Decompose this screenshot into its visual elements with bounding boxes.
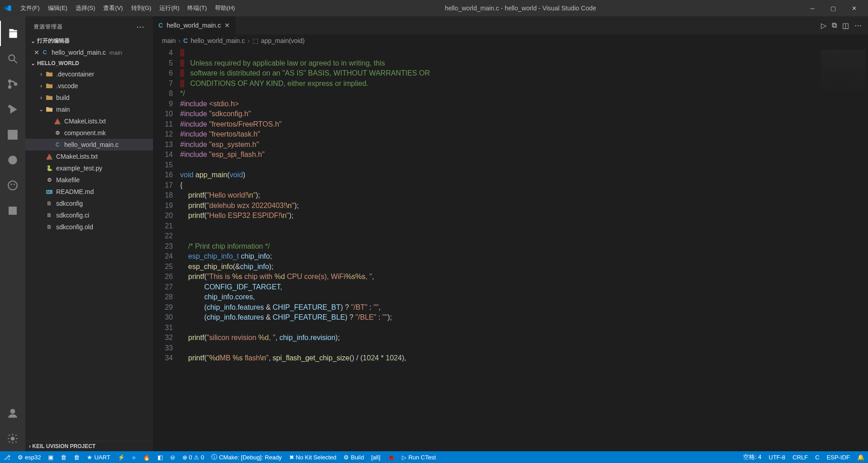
statusbar-item[interactable]: ✖No Kit Selected [286, 451, 340, 463]
file-item[interactable]: CMakeLists.txt [25, 151, 153, 162]
activity-platformio[interactable] [0, 173, 25, 198]
file-item[interactable]: M↓README.md [25, 186, 153, 198]
status-icon: ★ [87, 454, 92, 461]
statusbar-item[interactable]: ★UART [83, 451, 114, 463]
minimize-button[interactable]: ─ [802, 0, 823, 16]
open-editors-header[interactable]: ⌄ 打开的编辑器 [25, 35, 153, 47]
statusbar-item[interactable]: ⊖ [167, 451, 179, 463]
menu-item[interactable]: 选择(S) [72, 2, 99, 14]
menu-item[interactable]: 文件(F) [16, 2, 44, 14]
chevron-right-icon: › [178, 37, 181, 44]
menu-item[interactable]: 运行(R) [155, 2, 183, 14]
tree-item-label: .vscode [56, 82, 78, 90]
file-item[interactable]: 🗎sdkconfig.ci [25, 209, 153, 221]
statusbar-item[interactable]: ⎇ [0, 451, 14, 463]
statusbar-item[interactable]: 🐞 [384, 451, 398, 463]
sidebar-more-icon[interactable]: ⋯ [136, 22, 145, 32]
menu-item[interactable]: 编辑(E) [44, 2, 72, 14]
minimap[interactable] [818, 47, 868, 451]
activity-account[interactable] [0, 401, 25, 426]
tab-hello-world-main[interactable]: C hello_world_main.c ✕ [153, 16, 235, 34]
compare-icon[interactable]: ⧉ [832, 21, 837, 30]
statusbar-item[interactable]: CRLF [789, 451, 811, 463]
statusbar-item[interactable]: ▣ [44, 451, 57, 463]
status-icon: ⟐ [132, 454, 136, 461]
statusbar-item[interactable]: 🗑 [70, 451, 83, 463]
statusbar-item[interactable]: ▷Run CTest [398, 451, 439, 463]
close-icon[interactable]: ✕ [33, 49, 41, 56]
statusbar-item[interactable]: ⚡ [114, 451, 129, 463]
statusbar-item[interactable]: 🔔 [854, 451, 868, 463]
activity-layout[interactable] [0, 198, 25, 223]
statusbar-item[interactable]: C [811, 451, 823, 463]
close-button[interactable]: ✕ [844, 0, 864, 16]
statusbar-item[interactable]: ⚙Build [340, 451, 367, 463]
keil-panel-header[interactable]: › KEIL UVISION PROJECT [25, 441, 153, 451]
statusbar-item[interactable]: UTF-8 [765, 451, 789, 463]
folder-item[interactable]: ›.vscode [25, 80, 153, 92]
statusbar-item[interactable]: 🔥 [139, 451, 154, 463]
activity-debug[interactable] [0, 97, 25, 122]
tree-item-label: CMakeLists.txt [64, 118, 106, 125]
menu-item[interactable]: 终端(T) [183, 2, 211, 14]
status-icon: ▣ [48, 454, 53, 461]
chevron-right-icon: › [248, 37, 250, 44]
statusbar-item[interactable]: ⟐ [129, 451, 139, 463]
svg-point-2 [9, 80, 11, 82]
folder-item[interactable]: ›.devcontainer [25, 68, 153, 80]
menu-item[interactable]: 转到(G) [127, 2, 156, 14]
activity-settings[interactable] [0, 426, 25, 451]
more-icon[interactable]: ⋯ [854, 21, 862, 30]
breadcrumb-root[interactable]: main [162, 37, 176, 44]
svg-marker-5 [11, 106, 16, 113]
sidebar: 资源管理器 ⋯ ⌄ 打开的编辑器 ✕ C hello_world_main.c … [25, 16, 153, 451]
statusbar-item[interactable]: 🗑 [57, 451, 70, 463]
open-editors-label: 打开的编辑器 [37, 37, 70, 45]
statusbar-item[interactable]: ◧ [154, 451, 167, 463]
keil-panel-label: KEIL UVISION PROJECT [32, 443, 95, 449]
breadcrumb-symbol[interactable]: app_main(void) [261, 37, 305, 44]
maximize-button[interactable]: ▢ [823, 0, 844, 16]
activity-explorer[interactable] [0, 21, 25, 46]
open-editor-item[interactable]: ✕ C hello_world_main.c main [25, 47, 153, 58]
activity-search[interactable] [0, 46, 25, 71]
file-item[interactable]: ⚙component.mk [25, 127, 153, 139]
statusbar-item[interactable]: ESP-IDF [823, 451, 854, 463]
cube-icon: ⬚ [253, 37, 258, 44]
file-item[interactable]: 🐍example_test.py [25, 162, 153, 174]
project-header[interactable]: ⌄ HELLO_WORLD [25, 58, 153, 68]
file-item[interactable]: CMakeLists.txt [25, 115, 153, 127]
tabs-row: C hello_world_main.c ✕ ▷ ⧉ ◫ ⋯ [153, 16, 868, 34]
code-content[interactable]: Unless required by applicable law or agr… [180, 47, 818, 451]
chevron-icon: › [37, 71, 45, 77]
statusbar-item[interactable]: ⊗ 0 ⚠ 0 [179, 451, 208, 463]
tab-close-icon[interactable]: ✕ [224, 22, 230, 29]
menu-item[interactable]: 查看(V) [99, 2, 127, 14]
sidebar-header: 资源管理器 ⋯ [25, 16, 153, 35]
status-label: Build [351, 454, 364, 461]
statusbar-item[interactable]: ⓘCMake: [Debug]: Ready [208, 451, 286, 463]
file-item[interactable]: Chello_world_main.c [25, 139, 153, 151]
breadcrumb-file[interactable]: hello_world_main.c [191, 37, 245, 44]
tree-item-label: sdkconfig.ci [56, 212, 89, 219]
open-editor-filename: hello_world_main.c [52, 49, 106, 56]
run-icon[interactable]: ▷ [821, 21, 826, 30]
chevron-down-icon: ⌄ [29, 38, 37, 44]
folder-item[interactable]: ⌄main [25, 104, 153, 115]
activity-scm[interactable] [0, 71, 25, 97]
code-editor[interactable]: 4567891011121314151617181920212223242526… [153, 47, 868, 451]
file-item[interactable]: 🗎sdkconfig [25, 198, 153, 209]
folder-item[interactable]: ›build [25, 92, 153, 104]
file-item[interactable]: 🗎sdkconfig.old [25, 221, 153, 233]
statusbar-item[interactable]: ⚙esp32 [14, 451, 44, 463]
breadcrumbs[interactable]: main › C hello_world_main.c › ⬚ app_main… [153, 34, 868, 47]
split-icon[interactable]: ◫ [842, 21, 849, 30]
python-icon: 🐍 [45, 164, 53, 172]
status-label: Run CTest [408, 454, 436, 461]
statusbar-item[interactable]: 空格: 4 [739, 451, 765, 463]
activity-extensions[interactable] [0, 122, 25, 147]
file-item[interactable]: ⚙Makefile [25, 174, 153, 186]
activity-espressif[interactable] [0, 147, 25, 173]
statusbar-item[interactable]: [all] [367, 451, 384, 463]
menu-item[interactable]: 帮助(H) [211, 2, 239, 14]
